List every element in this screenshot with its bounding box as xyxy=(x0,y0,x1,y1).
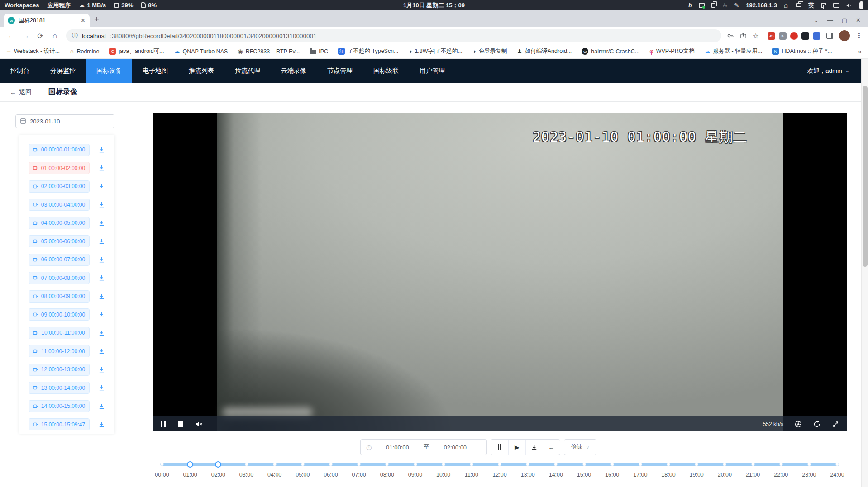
nav-item-2[interactable]: 分屏监控 xyxy=(40,59,86,83)
timeline-tick-dot[interactable] xyxy=(695,463,698,466)
nav-item-9[interactable]: 国标级联 xyxy=(363,59,409,83)
bookmark-item[interactable]: IPC xyxy=(310,47,328,55)
bookmark-item[interactable]: ☁QNAP Turbo NAS xyxy=(174,47,228,55)
timeline-tick-dot[interactable] xyxy=(385,463,389,466)
nav-item-10[interactable]: 用户管理 xyxy=(409,59,455,83)
bookmark-item[interactable]: ωhairrrrr/C-CrashC... xyxy=(582,47,639,55)
ip-address-indicator[interactable]: 192.168.1.3 xyxy=(746,2,777,9)
record-download-button[interactable] xyxy=(98,183,105,190)
phone-link-tray-icon[interactable] xyxy=(821,3,826,8)
record-download-button[interactable] xyxy=(98,220,105,227)
bookmark-item[interactable]: NHDAtmos :: 种子 *... xyxy=(772,47,832,55)
record-time-button[interactable]: 01:00:00-02:00:00 xyxy=(29,162,90,174)
system-clock[interactable]: 1月10日 星期二 15：09 xyxy=(403,1,465,9)
nav-item-8[interactable]: 节点管理 xyxy=(317,59,363,83)
browser-tab[interactable]: ∞ 国标28181 ✕ xyxy=(4,14,90,27)
nav-item-5[interactable]: 推流列表 xyxy=(178,59,224,83)
applications-button[interactable]: 应用程序 xyxy=(47,1,71,9)
date-picker-input[interactable]: 2023-01-10 xyxy=(15,114,114,128)
window-close-icon[interactable]: ✕ xyxy=(856,17,861,24)
fullscreen-icon[interactable] xyxy=(832,421,839,428)
bookmark-item[interactable]: ≣Webstack - 设计... xyxy=(6,47,60,55)
timeline-tick-dot[interactable] xyxy=(723,463,726,466)
record-time-button[interactable]: 04:00:00-05:00:00 xyxy=(29,217,90,229)
bookmark-item[interactable]: ☁服务器 - 轻量应用... xyxy=(704,47,762,55)
scrollbar-thumb[interactable] xyxy=(863,86,868,267)
seek-back-button[interactable]: ← xyxy=(543,440,560,455)
timeline-tick-dot[interactable] xyxy=(470,463,473,466)
bookmark-item[interactable]: ∩Redmine xyxy=(70,47,99,55)
back-button[interactable]: ← xyxy=(5,32,17,40)
record-download-button[interactable] xyxy=(98,366,105,373)
time-range-picker[interactable]: ◷ 01:00:00 至 02:00:00 xyxy=(360,439,487,455)
timeline-tick-dot[interactable] xyxy=(554,463,558,466)
record-time-button[interactable]: 08:00:00-09:00:00 xyxy=(29,290,90,303)
extension-icon[interactable]: K xyxy=(779,32,787,40)
record-time-button[interactable]: 14:00:00-15:00:00 xyxy=(29,400,90,412)
profile-avatar[interactable] xyxy=(839,30,850,41)
extension-icon[interactable] xyxy=(790,32,798,40)
extension-icon[interactable]: JS xyxy=(768,32,775,40)
bookmark-item[interactable]: ◉RFC2833 – RTP Ev... xyxy=(238,47,300,55)
bookmark-star-icon[interactable]: ☆ xyxy=(753,32,759,40)
timeline-tick-dot[interactable] xyxy=(160,463,164,466)
volume-tray-icon[interactable] xyxy=(846,3,853,8)
timeline-tick-dot[interactable] xyxy=(301,463,305,466)
pause-button[interactable] xyxy=(491,440,508,455)
timeline-tick-dot[interactable] xyxy=(526,463,529,466)
forward-button[interactable]: → xyxy=(20,32,32,40)
record-time-button[interactable]: 15:00:00-15:09:47 xyxy=(29,418,90,430)
side-panel-icon[interactable] xyxy=(826,33,833,39)
bookmark-item[interactable]: Cjava、android可... xyxy=(109,47,164,55)
nav-item-4[interactable]: 电子地图 xyxy=(132,59,178,83)
download-button[interactable] xyxy=(525,440,543,455)
nav-item-1[interactable]: 控制台 xyxy=(0,59,40,83)
back-link[interactable]: ← 返回 xyxy=(10,88,32,96)
battery-icon[interactable] xyxy=(859,2,863,9)
site-info-icon[interactable]: ⓘ xyxy=(72,32,78,40)
bookmark-item[interactable]: ♟如何编译Android... xyxy=(517,47,572,55)
record-time-button[interactable]: 09:00:00-10:00:00 xyxy=(29,308,90,321)
windows-tray-icon[interactable] xyxy=(796,3,801,7)
reload-button[interactable]: ⟳ xyxy=(34,32,46,40)
window-minimize-icon[interactable]: — xyxy=(827,17,833,24)
record-download-button[interactable] xyxy=(98,293,105,300)
bookmarks-overflow-icon[interactable]: » xyxy=(858,48,862,55)
timeline-handle[interactable] xyxy=(215,461,221,468)
timeline-tick-dot[interactable] xyxy=(245,463,248,466)
bookmark-item[interactable]: 知了不起的 TypeScri... xyxy=(338,47,399,55)
pause-icon[interactable] xyxy=(161,421,166,427)
timeline-tick-dot[interactable] xyxy=(357,463,361,466)
record-time-button[interactable]: 07:00:00-08:00:00 xyxy=(29,272,90,284)
speed-dropdown[interactable]: 倍速 ∨ xyxy=(564,439,596,455)
nav-item-6[interactable]: 拉流代理 xyxy=(224,59,271,83)
timeline-tick-dot[interactable] xyxy=(498,463,501,466)
display-tray-icon[interactable] xyxy=(833,3,839,8)
clipboard-tray-icon[interactable] xyxy=(711,3,715,8)
record-download-button[interactable] xyxy=(98,165,105,171)
home-tray-icon[interactable]: ⌂ xyxy=(784,2,788,9)
nav-item-3[interactable]: 国标设备 xyxy=(86,59,132,83)
share-icon[interactable] xyxy=(740,33,747,39)
record-download-button[interactable] xyxy=(98,311,105,318)
window-maximize-icon[interactable]: ▢ xyxy=(842,17,847,24)
record-download-button[interactable] xyxy=(98,403,105,410)
timeline-track[interactable] xyxy=(162,463,837,466)
record-time-button[interactable]: 06:00:00-07:00:00 xyxy=(29,254,90,266)
timeline-tick-dot[interactable] xyxy=(414,463,417,466)
record-time-button[interactable]: 13:00:00-14:00:00 xyxy=(29,382,90,394)
mute-icon[interactable] xyxy=(196,421,203,427)
record-download-button[interactable] xyxy=(98,384,105,391)
nav-item-7[interactable]: 云端录像 xyxy=(271,59,317,83)
bookmark-item[interactable]: φWVP-PRO文档 xyxy=(649,47,694,55)
stop-icon[interactable] xyxy=(178,421,183,427)
bookmark-item[interactable]: ◑1.8W字|了不起的... xyxy=(409,47,463,55)
video-player[interactable]: 2023-01-10 01:00:00 星期二 552 kb/s xyxy=(153,113,847,431)
browser-menu-icon[interactable]: ⋮ xyxy=(856,32,863,40)
extension-icon[interactable] xyxy=(801,32,809,40)
tab-search-icon[interactable]: ⌄ xyxy=(814,17,819,24)
timeline-tick-dot[interactable] xyxy=(442,463,445,466)
timeline-tick-dot[interactable] xyxy=(273,463,277,466)
coffee-tray-icon[interactable]: ☕ xyxy=(722,2,728,8)
bing-tray-icon[interactable]: b xyxy=(688,2,692,9)
